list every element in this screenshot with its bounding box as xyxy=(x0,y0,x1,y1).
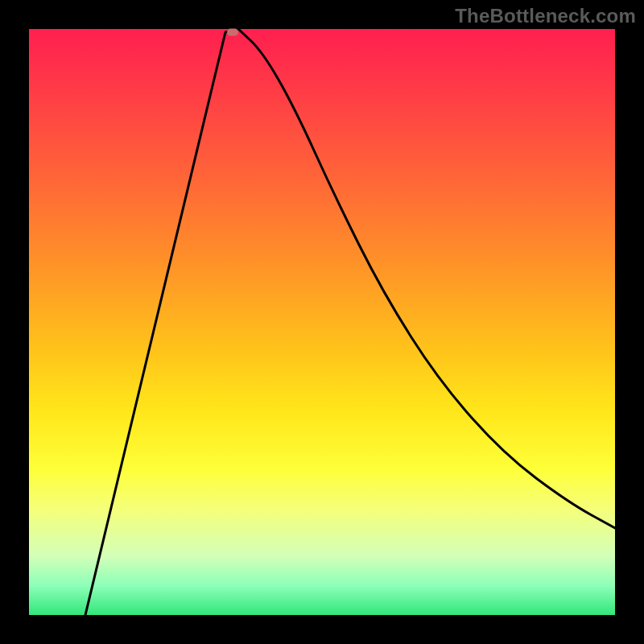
watermark-text: TheBottleneck.com xyxy=(455,5,636,27)
plot-area xyxy=(29,29,615,615)
optimum-marker xyxy=(227,29,238,36)
chart-frame: TheBottleneck.com xyxy=(0,0,644,644)
bottleneck-curve xyxy=(29,29,615,615)
